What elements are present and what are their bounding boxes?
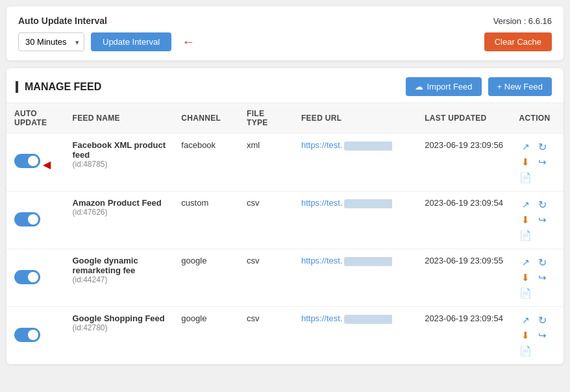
- url-blur: [344, 315, 392, 324]
- feed-name: Facebook XML product feed: [73, 140, 166, 160]
- channel-cell: google: [173, 307, 239, 365]
- document-icon[interactable]: 📄: [519, 171, 532, 184]
- feed-id: (id:42780): [73, 323, 166, 332]
- export-icon[interactable]: ↪: [536, 329, 549, 342]
- page-wrapper: Auto Update Interval Version : 6.6.16 5 …: [0, 0, 570, 392]
- feed-name: Google dynamic remarketing fee: [73, 256, 166, 275]
- table-row: ◀Facebook XML product feed(id:48785)face…: [6, 134, 564, 191]
- feed-url-cell: https://test.: [293, 191, 417, 249]
- feed-name-cell: Facebook XML product feed(id:48785): [65, 134, 174, 191]
- download-icon[interactable]: ⬇: [519, 329, 532, 342]
- action-cell: ↗ ↻ ⬇ ↪ 📄: [512, 134, 564, 191]
- toggle-switch[interactable]: [14, 328, 40, 342]
- version-text: Version : 6.6.16: [493, 16, 552, 26]
- refresh-icon[interactable]: ↻: [536, 313, 549, 326]
- export-icon[interactable]: ↪: [536, 271, 549, 284]
- top-card: Auto Update Interval Version : 6.6.16 5 …: [6, 6, 564, 60]
- toggle-switch[interactable]: [14, 154, 40, 168]
- action-icons: ↗ ↻ ⬇ ↪ 📄: [519, 140, 556, 184]
- new-feed-button[interactable]: + New Feed: [488, 77, 552, 96]
- url-blur: [344, 257, 392, 266]
- col-header-feed-name: FEED NAME: [65, 103, 174, 134]
- manage-feed-title: MANAGE FEED: [16, 81, 101, 93]
- external-link-icon[interactable]: ↗: [519, 198, 532, 211]
- col-header-file-type: FILE TYPE: [239, 103, 293, 134]
- export-icon[interactable]: ↪: [536, 214, 549, 227]
- auto-update-title: Auto Update Interval: [18, 16, 107, 26]
- feed-url-cell: https://test.: [293, 134, 417, 191]
- feed-url-link[interactable]: https://test.: [301, 140, 392, 151]
- action-row-top: ↗ ↻: [519, 198, 556, 211]
- download-icon[interactable]: ⬇: [519, 214, 532, 227]
- table-header-row: AUTO UPDATE FEED NAME CHANNEL FILE TYPE …: [6, 103, 564, 134]
- download-icon[interactable]: ⬇: [519, 156, 532, 169]
- file-type-cell: csv: [239, 191, 293, 249]
- feed-card: MANAGE FEED ☁ Import Feed + New Feed AUT…: [6, 68, 564, 364]
- update-interval-button[interactable]: Update Interval: [91, 32, 171, 51]
- toggle-cell: [6, 191, 65, 249]
- external-link-icon[interactable]: ↗: [519, 256, 532, 269]
- last-updated-cell: 2023-06-19 23:09:54: [417, 191, 511, 249]
- document-icon[interactable]: 📄: [519, 345, 532, 358]
- refresh-icon[interactable]: ↻: [536, 256, 549, 269]
- action-cell: ↗ ↻ ⬇ ↪ 📄: [512, 307, 564, 365]
- import-feed-label: Import Feed: [427, 82, 472, 92]
- last-updated-cell: 2023-06-19 23:09:55: [417, 249, 511, 307]
- clear-cache-button[interactable]: Clear Cache: [484, 32, 552, 51]
- url-blur: [344, 199, 392, 208]
- feed-url-link[interactable]: https://test.: [301, 313, 392, 324]
- refresh-icon[interactable]: ↻: [536, 198, 549, 211]
- toggle-switch[interactable]: [14, 270, 40, 284]
- download-icon[interactable]: ⬇: [519, 271, 532, 284]
- action-cell: ↗ ↻ ⬇ ↪ 📄: [512, 191, 564, 249]
- channel-cell: google: [173, 249, 239, 307]
- toggle-switch[interactable]: [14, 212, 40, 227]
- feed-url-link[interactable]: https://test.: [301, 198, 392, 208]
- external-link-icon[interactable]: ↗: [519, 140, 532, 153]
- file-type-cell: xml: [239, 134, 293, 191]
- top-card-row1: Auto Update Interval Version : 6.6.16: [18, 16, 552, 26]
- file-type-cell: csv: [239, 249, 293, 307]
- import-feed-button[interactable]: ☁ Import Feed: [406, 77, 481, 96]
- col-header-auto-update: AUTO UPDATE: [6, 103, 65, 134]
- feed-url-cell: https://test.: [293, 249, 417, 307]
- table-row: Amazon Product Feed(id:47626)customcsvht…: [6, 191, 564, 249]
- document-icon[interactable]: 📄: [519, 287, 532, 300]
- arrow-indicator: ←: [182, 34, 195, 49]
- interval-select-wrapper: 5 Minutes 10 Minutes 15 Minutes 30 Minut…: [18, 32, 84, 51]
- external-link-icon[interactable]: ↗: [519, 313, 532, 326]
- channel-cell: custom: [173, 191, 239, 249]
- action-row-mid: ⬇ ↪: [519, 156, 556, 169]
- top-card-row2: 5 Minutes 10 Minutes 15 Minutes 30 Minut…: [18, 32, 552, 51]
- action-icons: ↗ ↻ ⬇ ↪ 📄: [519, 313, 556, 358]
- cloud-upload-icon: ☁: [415, 82, 423, 92]
- row-arrow-indicator: ◀: [43, 159, 51, 170]
- toggle-cell: [6, 249, 65, 307]
- last-updated-cell: 2023-06-19 23:09:56: [417, 134, 511, 191]
- action-row-top: ↗ ↻: [519, 140, 556, 153]
- action-icons: ↗ ↻ ⬇ ↪ 📄: [519, 198, 556, 242]
- feed-id: (id:44247): [73, 275, 166, 284]
- action-icons: ↗ ↻ ⬇ ↪ 📄: [519, 256, 556, 300]
- action-cell: ↗ ↻ ⬇ ↪ 📄: [512, 249, 564, 307]
- action-row-bottom: 📄: [519, 345, 556, 358]
- interval-select[interactable]: 5 Minutes 10 Minutes 15 Minutes 30 Minut…: [18, 32, 84, 51]
- action-row-bottom: 📄: [519, 287, 556, 300]
- col-header-action: ACTION: [512, 103, 564, 134]
- feed-url-link[interactable]: https://test.: [301, 256, 392, 266]
- refresh-icon[interactable]: ↻: [536, 140, 549, 153]
- feed-id: (id:48785): [73, 160, 166, 169]
- action-row-bottom: 📄: [519, 229, 556, 242]
- action-row-top: ↗ ↻: [519, 313, 556, 326]
- interval-controls: 5 Minutes 10 Minutes 15 Minutes 30 Minut…: [18, 32, 195, 51]
- feed-name-cell: Amazon Product Feed(id:47626): [65, 191, 174, 249]
- action-row-mid: ⬇ ↪: [519, 214, 556, 227]
- feed-name-cell: Google Shopping Feed(id:42780): [65, 307, 174, 365]
- export-icon[interactable]: ↪: [536, 156, 549, 169]
- col-header-channel: CHANNEL: [173, 103, 239, 134]
- action-row-mid: ⬇ ↪: [519, 329, 556, 342]
- feed-url-cell: https://test.: [293, 307, 417, 365]
- channel-cell: facebook: [173, 134, 239, 191]
- feed-table-body: ◀Facebook XML product feed(id:48785)face…: [6, 134, 564, 365]
- document-icon[interactable]: 📄: [519, 229, 532, 242]
